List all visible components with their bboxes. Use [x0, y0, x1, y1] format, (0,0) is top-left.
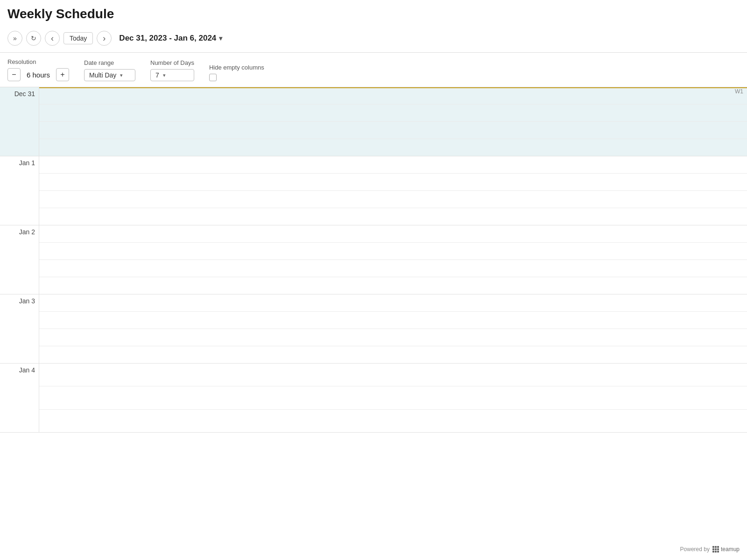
time-slot [39, 105, 747, 122]
time-slot [39, 87, 747, 105]
date-range-label: Date range [84, 59, 135, 66]
time-slot [39, 156, 747, 174]
today-button[interactable]: Today [63, 32, 93, 44]
day-slots [39, 364, 747, 432]
grid-dot [715, 551, 717, 553]
resolution-label: Resolution [7, 58, 69, 65]
num-days-group: Number of Days 7 ▾ [150, 59, 194, 81]
time-slot [39, 364, 747, 386]
time-slot [39, 122, 747, 139]
date-range-text: Dec 31, 2023 - Jan 6, 2024 [119, 34, 216, 43]
day-row: Jan 1 [0, 156, 747, 225]
chevron-right-icon: › [103, 34, 106, 43]
time-slot [39, 225, 747, 243]
grid-dot [717, 551, 719, 553]
date-range-select-arrow-icon: ▾ [120, 72, 123, 78]
time-slot [39, 386, 747, 409]
time-slot [39, 294, 747, 312]
day-label: Jan 3 [0, 294, 39, 363]
day-row: Dec 31 [0, 87, 747, 156]
page-title: Weekly Schedule [7, 7, 740, 21]
grid-dot [717, 548, 719, 550]
footer: Powered by teamup [680, 546, 740, 553]
day-slots [39, 294, 747, 363]
grid-dot [717, 546, 719, 548]
day-slots [39, 225, 747, 294]
current-time-line [39, 87, 747, 88]
time-slot [39, 174, 747, 191]
week-label: W1 [735, 88, 743, 95]
hide-empty-group: Hide empty columns [209, 64, 264, 81]
time-slot [39, 277, 747, 294]
toolbar: » ↻ ‹ Today › Dec 31, 2023 - Jan 6, 2024… [7, 27, 740, 48]
expand-button[interactable]: » [7, 31, 22, 46]
time-slot [39, 243, 747, 260]
time-slot [39, 260, 747, 277]
date-range-select-value: Multi Day [89, 71, 116, 79]
calendar-area: W1 Dec 31 Jan 1 Jan 2 [0, 87, 747, 433]
day-label: Jan 1 [0, 156, 39, 225]
date-range-chevron-icon: ▾ [219, 35, 222, 42]
day-row: Jan 4 [0, 364, 747, 433]
num-days-label: Number of Days [150, 59, 194, 66]
grid-dot [712, 548, 714, 550]
time-slot [39, 346, 747, 363]
day-row: Jan 3 [0, 294, 747, 364]
double-chevron-right-icon: » [13, 35, 17, 42]
grid-dot [715, 546, 717, 548]
teamup-grid-icon [712, 546, 719, 553]
time-slot [39, 191, 747, 208]
chevron-left-icon: ‹ [51, 34, 54, 43]
brand-name: teamup [721, 546, 740, 553]
next-button[interactable]: › [97, 31, 112, 46]
day-label: Jan 4 [0, 364, 39, 432]
resolution-increase-button[interactable]: + [56, 68, 69, 81]
num-days-value: 7 [155, 71, 159, 79]
grid-dot [712, 551, 714, 553]
prev-button[interactable]: ‹ [45, 31, 60, 46]
header: Weekly Schedule » ↻ ‹ Today › Dec 31, 20… [0, 0, 747, 53]
time-slot [39, 208, 747, 225]
num-days-arrow-icon: ▾ [163, 72, 166, 78]
resolution-decrease-button[interactable]: − [7, 68, 21, 81]
time-slot [39, 139, 747, 156]
day-row: Jan 2 [0, 225, 747, 294]
day-label: Dec 31 [0, 87, 39, 156]
grid-dot [712, 546, 714, 548]
grid-dot [715, 548, 717, 550]
date-range-select[interactable]: Multi Day ▾ [84, 69, 135, 81]
hide-empty-checkbox[interactable] [209, 74, 217, 81]
time-slot [39, 312, 747, 329]
date-range-picker[interactable]: Dec 31, 2023 - Jan 6, 2024 ▾ [115, 32, 226, 45]
hide-empty-label: Hide empty columns [209, 64, 264, 71]
date-range-group: Date range Multi Day ▾ [84, 59, 135, 81]
resolution-control: − 6 hours + [7, 68, 69, 81]
day-slots [39, 156, 747, 225]
teamup-logo: teamup [712, 546, 740, 553]
resolution-group: Resolution − 6 hours + [7, 58, 69, 81]
controls-row: Resolution − 6 hours + Date range Multi … [0, 53, 747, 87]
num-days-select[interactable]: 7 ▾ [150, 69, 194, 81]
refresh-icon: ↻ [31, 35, 36, 42]
day-slots [39, 87, 747, 156]
refresh-button[interactable]: ↻ [26, 31, 41, 46]
powered-by-text: Powered by [680, 546, 710, 553]
hide-empty-checkbox-wrapper [209, 74, 264, 81]
resolution-value: 6 hours [24, 71, 52, 79]
time-slot [39, 329, 747, 346]
time-slot [39, 410, 747, 432]
day-label: Jan 2 [0, 225, 39, 294]
